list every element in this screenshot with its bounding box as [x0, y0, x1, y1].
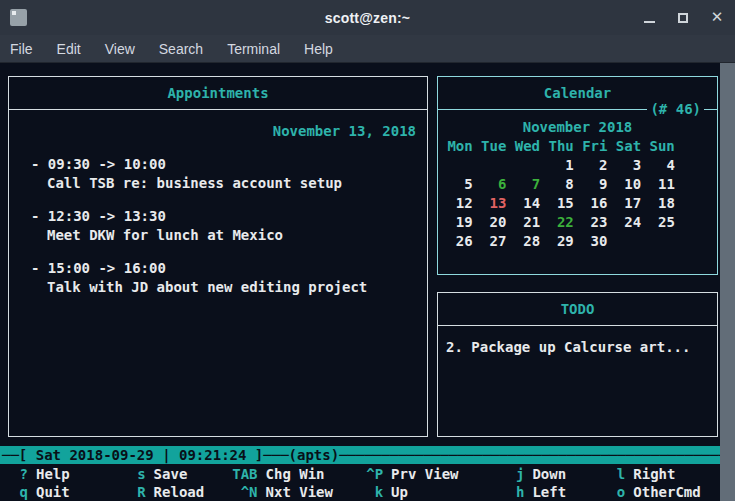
action-label: OtherCmd — [633, 483, 700, 501]
todo-panel: TODO 2. Package up Calcurse art... — [437, 292, 718, 437]
calendar-day: 2 — [582, 156, 616, 175]
calendar-day: 25 — [649, 213, 683, 232]
calendar-grid: Mon Tue Wed Thu Fri Sat Sun 1 2 3 4 5 6 … — [447, 137, 717, 251]
menu-item-search[interactable]: Search — [159, 37, 203, 61]
calendar-day: 4 — [649, 156, 683, 175]
calendar-day: 18 — [649, 194, 683, 213]
action-label: Save — [154, 465, 188, 483]
key-label: TAB — [228, 465, 258, 483]
calendar-day: 23 — [582, 213, 616, 232]
close-icon: ✕ — [711, 10, 724, 25]
appointment-time: - 09:30 -> 10:00 — [9, 155, 427, 174]
minimize-button[interactable] — [639, 8, 659, 28]
calendar-day: 30 — [582, 232, 616, 251]
calendar-day — [447, 156, 481, 175]
keybinding-down: jDown — [502, 465, 605, 483]
weekday-header: Wed — [514, 137, 548, 156]
terminal-app-icon — [10, 9, 27, 26]
key-label: j — [502, 465, 524, 483]
menu-item-terminal[interactable]: Terminal — [227, 37, 280, 61]
action-label: Quit — [36, 483, 70, 501]
weekday-header: Thu — [548, 137, 582, 156]
action-label: Chg Win — [266, 465, 325, 483]
keybinding-save: sSave — [134, 465, 228, 483]
appointment-time: - 12:30 -> 13:30 — [9, 207, 427, 226]
appointment-time: - 15:00 -> 16:00 — [9, 259, 427, 278]
keybinding-column: TABChg Win ^NNxt View — [228, 465, 359, 501]
calendar-day: 3 — [615, 156, 649, 175]
menu-item-edit[interactable]: Edit — [57, 37, 81, 61]
terminal-screen[interactable]: Appointments November 13, 2018 - 09:30 -… — [0, 63, 735, 501]
maximize-icon — [678, 13, 688, 23]
calendar-title-label: Calendar — [544, 85, 611, 101]
calendar-day-with-appointments: 22 — [548, 213, 582, 232]
calendar-panel: Calendar (# 46) November 2018 Mon Tue We… — [437, 76, 718, 275]
weekday-header: Sat — [615, 137, 649, 156]
keybinding-reload: RReload — [134, 483, 228, 501]
appointment-item: - 12:30 -> 13:30 Meet DKW for lunch at M… — [9, 207, 427, 245]
calendar-day — [481, 156, 515, 175]
calendar-day: 26 — [447, 232, 481, 251]
keybinding-help: ?Help — [8, 465, 134, 483]
terminal-window: scott@zen:~ ✕ File Edit View Search Term… — [0, 0, 735, 501]
calendar-selected-day: 13 — [481, 194, 515, 213]
menu-item-file[interactable]: File — [10, 37, 33, 61]
calendar-day: 24 — [615, 213, 649, 232]
calendar-day: 14 — [514, 194, 548, 213]
action-label: Prv View — [391, 465, 458, 483]
keybinding-up: kUp — [358, 483, 502, 501]
window-controls: ✕ — [639, 0, 727, 35]
key-label: k — [358, 483, 383, 501]
calendar-day: 27 — [481, 232, 515, 251]
menu-item-help[interactable]: Help — [304, 37, 333, 61]
calendar-day: 15 — [548, 194, 582, 213]
action-label: Down — [532, 465, 566, 483]
calendar-day: 12 — [447, 194, 481, 213]
calendar-month-label: November 2018 — [438, 118, 717, 137]
menu-item-view[interactable]: View — [105, 37, 135, 61]
titlebar[interactable]: scott@zen:~ ✕ — [0, 0, 735, 35]
action-label: Nxt View — [266, 483, 333, 501]
keybinding-column: jDown hLeft — [502, 465, 605, 501]
calendar-day: 5 — [447, 175, 481, 194]
keybinding-chg-win: TABChg Win — [228, 465, 359, 483]
weekday-header: Mon — [447, 137, 481, 156]
window-title: scott@zen:~ — [0, 10, 735, 26]
key-label: ^P — [358, 465, 383, 483]
calendar-day: 10 — [615, 175, 649, 194]
keybinding-column: sSave RReload — [134, 465, 228, 501]
status-bar: ──[ Sat 2018-09-29 | 09:21:24 ]───(apts)… — [0, 446, 720, 464]
key-label: q — [8, 483, 28, 501]
key-label: o — [605, 483, 625, 501]
calendar-day: 8 — [548, 175, 582, 194]
calendar-day-with-appointments: 6 — [481, 175, 515, 194]
calendar-day: 9 — [582, 175, 616, 194]
todo-panel-title: TODO — [438, 293, 717, 326]
key-label: ^N — [228, 483, 258, 501]
appointment-item: - 09:30 -> 10:00 Call TSB re: business a… — [9, 155, 427, 193]
calendar-day: 16 — [582, 194, 616, 213]
key-label: l — [605, 465, 625, 483]
calendar-day: 20 — [481, 213, 515, 232]
appointments-panel: Appointments November 13, 2018 - 09:30 -… — [8, 76, 428, 437]
weekday-header: Fri — [582, 137, 616, 156]
action-label: Reload — [154, 483, 205, 501]
terminal-scrollbar[interactable] — [720, 63, 735, 501]
calendar-day — [615, 232, 649, 251]
key-label: s — [134, 465, 146, 483]
week-number-badge: (# 46) — [647, 100, 704, 119]
keybinding-column: ?Help qQuit — [8, 465, 134, 501]
close-button[interactable]: ✕ — [707, 8, 727, 28]
menubar: File Edit View Search Terminal Help — [0, 35, 735, 63]
maximize-button[interactable] — [673, 8, 693, 28]
appointment-description: Talk with JD about new editing project — [9, 278, 427, 297]
calendar-day — [649, 232, 683, 251]
keybinding-othercmd: oOtherCmd — [605, 483, 720, 501]
key-label: ? — [8, 465, 28, 483]
calendar-day: 11 — [649, 175, 683, 194]
calendar-day — [514, 156, 548, 175]
key-label: R — [134, 483, 146, 501]
keybinding-column: lRight oOtherCmd — [605, 465, 720, 501]
calendar-day: 19 — [447, 213, 481, 232]
weekday-header: Tue — [481, 137, 515, 156]
